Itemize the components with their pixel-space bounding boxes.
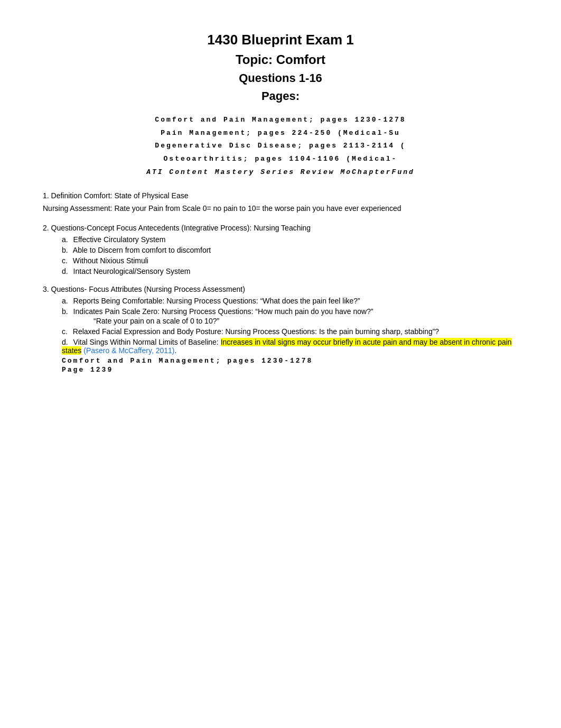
q3-item-b-text: Indicates Pain Scale Zero: Nursing Proce…: [73, 307, 373, 316]
q3-item-d-citation: (Pasero & McCaffery, 2011): [83, 346, 174, 355]
q3-inline-ref: Comfort and Pain Management; pages 1230-…: [62, 357, 518, 365]
q2-item-c-text: Without Nixious Stimuli: [73, 256, 148, 265]
pages-title: Pages:: [43, 89, 518, 103]
q3-list: Reports Being Comfortable: Nursing Proce…: [62, 297, 518, 374]
main-title: 1430 Blueprint Exam 1: [43, 32, 518, 48]
reference-block: Comfort and Pain Management; pages 1230-…: [43, 114, 518, 179]
title-section: 1430 Blueprint Exam 1 Topic: Comfort Que…: [43, 32, 518, 103]
questions-title: Questions 1-16: [43, 71, 518, 85]
q3-text: Questions- Focus Attributes (Nursing Pro…: [51, 285, 245, 293]
q1-extra: Nursing Assessment: Rate your Pain from …: [43, 203, 518, 214]
q2-item-b: Able to Discern from comfort to discomfo…: [62, 246, 518, 254]
ref-line-2: Pain Management; pages 224-250 (Medical-…: [43, 127, 518, 140]
q3-item-c: Relaxed Facial Expression and Body Postu…: [62, 327, 518, 336]
q1-text: Definition Comfort: State of Physical Ea…: [51, 191, 189, 200]
q3-num-label: 3.: [43, 285, 51, 293]
question-1: 1. Definition Comfort: State of Physical…: [43, 191, 518, 214]
q2-num-label: 2.: [43, 224, 51, 232]
q2-text: Questions-Concept Focus Antecedents (Int…: [51, 224, 311, 232]
q3-item-b: Indicates Pain Scale Zero: Nursing Proce…: [62, 307, 518, 325]
q3-item-d: Vital Sings Within Normal Limits of Base…: [62, 338, 518, 374]
q1-num-label: 1.: [43, 191, 51, 200]
q3-item-d-label: Vital Sings Within Normal Limits of Base…: [73, 338, 221, 346]
q2-list: Effective Circulatory System Able to Dis…: [62, 235, 518, 275]
q2-header: 2. Questions-Concept Focus Antecedents (…: [43, 224, 518, 232]
q2-item-a: Effective Circulatory System: [62, 235, 518, 244]
q3-item-b-extra-text: “Rate your pain on a scale of 0 to 10?”: [94, 317, 219, 325]
q2-item-a-text: Effective Circulatory System: [73, 235, 166, 244]
q2-item-b-text: Able to Discern from comfort to discomfo…: [73, 246, 211, 254]
ref-line-5: ATI Content Mastery Series Review MoChap…: [43, 166, 518, 179]
q3-item-d-period: .: [174, 346, 176, 355]
q3-page-ref: Page 1239: [62, 366, 518, 374]
ref-line-4: Osteoarthritis; pages 1104-1106 (Medical…: [43, 153, 518, 166]
q3-header: 3. Questions- Focus Attributes (Nursing …: [43, 285, 518, 293]
q3-item-c-text: Relaxed Facial Expression and Body Postu…: [73, 327, 439, 336]
topic-title: Topic: Comfort: [43, 52, 518, 67]
question-2: 2. Questions-Concept Focus Antecedents (…: [43, 224, 518, 275]
question-3: 3. Questions- Focus Attributes (Nursing …: [43, 285, 518, 374]
q2-item-c: Without Nixious Stimuli: [62, 256, 518, 265]
q2-item-d-text: Intact Neurological/Sensory System: [73, 267, 191, 275]
q3-item-a: Reports Being Comfortable: Nursing Proce…: [62, 297, 518, 305]
page-container: 1430 Blueprint Exam 1 Topic: Comfort Que…: [43, 32, 518, 374]
ref-line-1: Comfort and Pain Management; pages 1230-…: [43, 114, 518, 127]
q2-item-d: Intact Neurological/Sensory System: [62, 267, 518, 275]
ref-line-3: Degenerative Disc Disease; pages 2113-21…: [43, 140, 518, 153]
q1-number: 1. Definition Comfort: State of Physical…: [43, 191, 518, 200]
q3-item-a-text: Reports Being Comfortable: Nursing Proce…: [73, 297, 360, 305]
q3-item-b-extra: “Rate your pain on a scale of 0 to 10?”: [94, 317, 518, 325]
